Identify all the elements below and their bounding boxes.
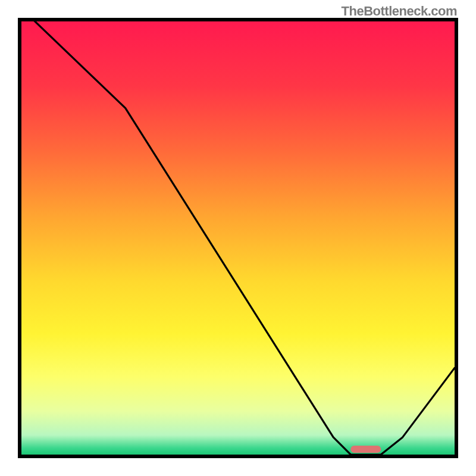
chart-svg [21, 21, 455, 455]
watermark-label: TheBottleneck.com [342, 4, 457, 19]
chart-container: TheBottleneck.com [0, 0, 476, 476]
optimum-marker-layer [350, 446, 381, 453]
gradient-background [21, 21, 455, 455]
chart-plot-area [18, 18, 458, 458]
optimum-marker [350, 446, 381, 453]
